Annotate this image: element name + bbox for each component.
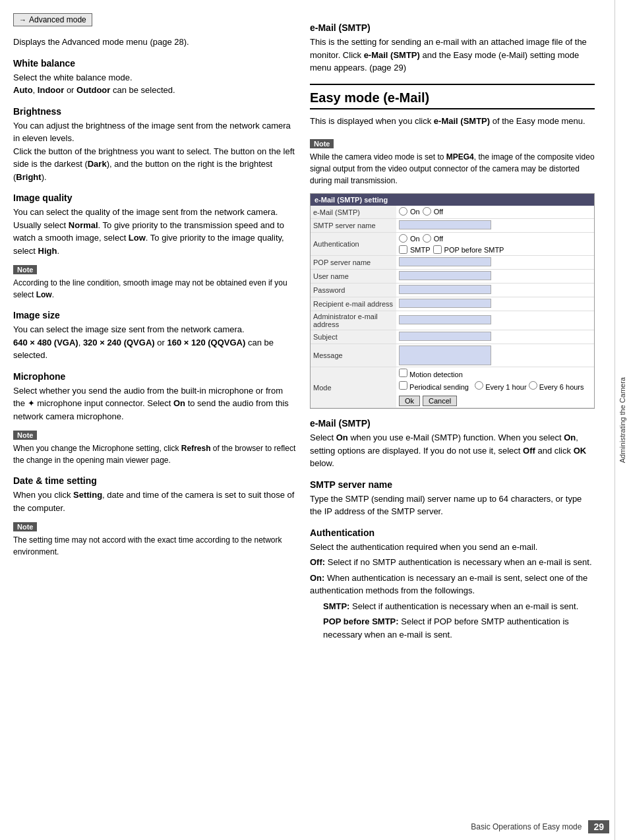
note-label-2: Note: [13, 431, 37, 440]
smtp-row-auth: Authentication On Off SMTP POP before SM…: [311, 233, 594, 256]
note-content-easy: While the camera video mode is set to MP…: [310, 151, 595, 187]
smtp-value-pop: [396, 256, 594, 270]
side-tab-label: Administrating the Camera: [618, 377, 626, 463]
auth-on-desc: On: When authentication is necessary an …: [310, 572, 595, 597]
image-quality-content: You can select the quality of the image …: [13, 206, 297, 257]
easy-mode-intro: This is displayed when you click e-Mail …: [310, 115, 595, 128]
image-size-title: Image size: [13, 310, 297, 320]
smtp-check-smtp[interactable]: [399, 245, 407, 254]
email-smtp-top-content: This is the setting for sending an e-mai…: [310, 36, 595, 75]
smtp-label-message: Message: [311, 344, 396, 367]
brightness-title: Brightness: [13, 106, 297, 117]
microphone-title: Microphone: [13, 371, 297, 382]
smtp-label-recipient: Recipient e-mail address: [311, 297, 396, 311]
page-number: 29: [588, 820, 609, 833]
auth-pop-desc: POP before SMTP: Select if POP before SM…: [310, 615, 595, 641]
smtp-radio-off[interactable]: [423, 207, 431, 216]
smtp-row-subject: Subject: [311, 330, 594, 344]
smtp-row-admin: Administrator e-mail address: [311, 311, 594, 330]
brightness-content: You can adjust the brightness of the ima…: [13, 119, 297, 184]
smtp-label-server: SMTP server name: [311, 219, 396, 233]
image-quality-title: Image quality: [13, 193, 297, 203]
advanced-mode-button[interactable]: → Advanced mode: [13, 13, 92, 26]
smtp-value-subject: [396, 330, 594, 344]
smtp-value-password: [396, 284, 594, 297]
advanced-mode-desc: Displays the Advanced mode menu (page 28…: [13, 36, 297, 49]
note-content-2: When you change the Microphone setting, …: [13, 442, 297, 466]
smtp-table-title: e-Mail (SMTP) setting: [311, 194, 594, 206]
smtp-cancel-button[interactable]: Cancel: [423, 396, 457, 406]
smtp-value-recipient: [396, 297, 594, 311]
auth-smtp-desc: SMTP: Select if authentication is necess…: [310, 600, 595, 613]
smtp-ok-button[interactable]: Ok: [399, 396, 420, 406]
smtp-label-user: User name: [311, 270, 396, 284]
left-column: → Advanced mode Displays the Advanced mo…: [13, 13, 297, 827]
auth-sub-title: Authentication: [310, 527, 595, 538]
smtp-input-recipient[interactable]: [399, 299, 491, 308]
date-time-content: When you click Setting, date and time of…: [13, 489, 297, 514]
note-content-3: The setting time may not accord with the…: [13, 534, 297, 558]
date-time-title: Date & time setting: [13, 475, 297, 486]
smtp-input-pop[interactable]: [399, 257, 491, 266]
smtp-row-mode: Mode Motion detection Periodical sending…: [311, 367, 594, 408]
smtp-label-subject: Subject: [311, 330, 396, 344]
smtp-label-admin: Administrator e-mail address: [311, 311, 396, 330]
smtp-input-server[interactable]: [399, 220, 491, 229]
smtp-row-pop: POP server name: [311, 256, 594, 270]
footer-text: Basic Operations of Easy mode: [471, 822, 582, 831]
smtp-check-motion[interactable]: [399, 369, 407, 377]
smtp-label-email: e-Mail (SMTP): [311, 206, 396, 219]
smtp-value-mode: Motion detection Periodical sending Ever…: [396, 367, 594, 408]
smtp-label-pop: POP server name: [311, 256, 396, 270]
note-label-easy: Note: [310, 139, 334, 148]
side-tab: Administrating the Camera: [614, 0, 629, 840]
smtp-radio-on[interactable]: [399, 207, 407, 216]
footer: Basic Operations of Easy mode 29: [471, 820, 609, 833]
microphone-content: Select whether you send the audio from t…: [13, 384, 297, 423]
smtp-label-password: Password: [311, 284, 396, 297]
smtp-check-pop[interactable]: [433, 245, 442, 254]
smtp-auth-on[interactable]: [399, 234, 407, 243]
smtp-auth-off[interactable]: [423, 234, 431, 243]
smtp-row-email: e-Mail (SMTP) On Off: [311, 206, 594, 219]
note-content-1: According to the line condition, smooth …: [13, 277, 297, 301]
smtp-value-message: [396, 344, 594, 367]
smtp-label-mode: Mode: [311, 367, 396, 408]
auth-off-desc: Off: Select if no SMTP authentication is…: [310, 556, 595, 569]
smtp-input-password[interactable]: [399, 285, 491, 294]
smtp-row-recipient: Recipient e-mail address: [311, 297, 594, 311]
smtp-label-auth: Authentication: [311, 233, 396, 256]
smtp-server-sub-title: SMTP server name: [310, 479, 595, 490]
email-smtp-top-title: e-Mail (SMTP): [310, 22, 595, 33]
smtp-input-subject[interactable]: [399, 332, 491, 341]
smtp-radio-1hour[interactable]: [475, 381, 483, 390]
smtp-value-user: [396, 270, 594, 284]
white-balance-title: White balance: [13, 58, 297, 69]
smtp-check-periodical[interactable]: [399, 381, 407, 390]
email-smtp-sub-title: e-Mail (SMTP): [310, 418, 595, 429]
smtp-table: e-Mail (SMTP) setting e-Mail (SMTP) On O…: [310, 193, 595, 409]
smtp-value-auth: On Off SMTP POP before SMTP: [396, 233, 594, 256]
smtp-radio-6hours[interactable]: [529, 381, 537, 390]
easy-mode-title: Easy mode (e-Mail): [310, 90, 595, 109]
white-balance-content: Select the white balance mode.Auto, Indo…: [13, 71, 297, 97]
smtp-row-user: User name: [311, 270, 594, 284]
auth-sub-intro: Select the authentication required when …: [310, 541, 595, 554]
smtp-value-admin: [396, 311, 594, 330]
note-label-1: Note: [13, 265, 37, 274]
smtp-input-admin[interactable]: [399, 315, 491, 324]
arrow-icon: →: [19, 16, 26, 24]
note-label-3: Note: [13, 522, 37, 531]
email-smtp-sub-content: Select On when you use e-Mail (SMTP) fun…: [310, 431, 595, 470]
smtp-input-user[interactable]: [399, 271, 491, 280]
smtp-value-email: On Off: [396, 206, 594, 219]
smtp-row-password: Password: [311, 284, 594, 297]
smtp-server-sub-content: Type the SMTP (sending mail) server name…: [310, 493, 595, 518]
right-column: e-Mail (SMTP) This is the setting for se…: [310, 13, 595, 827]
smtp-value-server: [396, 219, 594, 233]
image-size-content: You can select the image size sent from …: [13, 323, 297, 362]
smtp-row-server: SMTP server name: [311, 219, 594, 233]
smtp-textarea-message[interactable]: [399, 345, 491, 365]
smtp-row-message: Message: [311, 344, 594, 367]
advanced-mode-label: Advanced mode: [29, 15, 86, 24]
